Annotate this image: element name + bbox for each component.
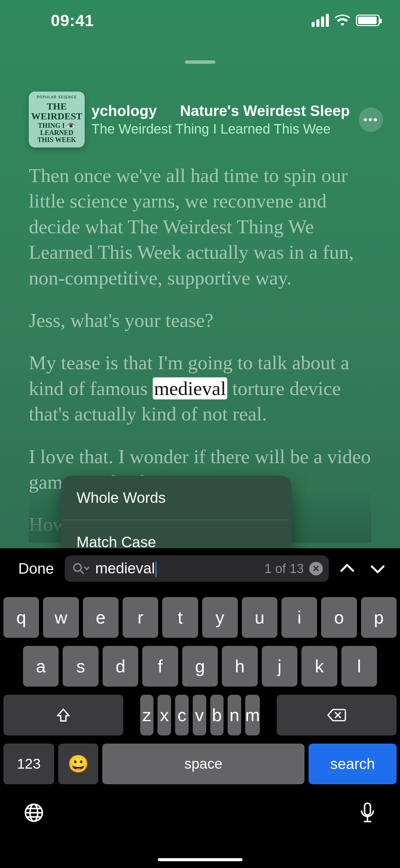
keyboard-row: 123 😀 space search	[3, 744, 397, 784]
key-w[interactable]: w	[43, 597, 79, 638]
result-count: 1 of 13	[265, 561, 304, 576]
key-p[interactable]: p	[361, 597, 397, 638]
key-x[interactable]: x	[157, 695, 171, 735]
key-v[interactable]: v	[193, 695, 206, 735]
home-indicator[interactable]	[158, 858, 243, 861]
episode-title: ychology Nature's Weirdest Sleep	[91, 102, 350, 119]
sheet-handle[interactable]	[185, 60, 215, 64]
next-result-button[interactable]	[365, 560, 390, 577]
key-s[interactable]: s	[63, 646, 98, 687]
status-bar: 09:41	[0, 0, 400, 41]
key-u[interactable]: u	[242, 597, 277, 638]
search-input[interactable]: medieval	[95, 560, 259, 577]
key-b[interactable]: b	[210, 695, 224, 735]
backspace-key[interactable]	[277, 695, 397, 735]
artwork-line: THE	[47, 101, 67, 111]
clear-button[interactable]: ✕	[309, 562, 323, 575]
key-a[interactable]: a	[23, 646, 59, 687]
artwork-overline: POPULAR SCIENCE	[37, 96, 77, 99]
shift-key[interactable]	[3, 695, 123, 735]
key-i[interactable]: i	[281, 597, 317, 638]
globe-key[interactable]	[24, 803, 44, 823]
emoji-key[interactable]: 😀	[58, 744, 98, 784]
key-j[interactable]: j	[262, 646, 297, 687]
search-field[interactable]: medieval 1 of 13 ✕	[65, 555, 329, 582]
transcript-line[interactable]: My tease is that I'm going to talk about…	[29, 350, 371, 427]
keyboard-row: qwertyuiop	[3, 597, 397, 638]
key-y[interactable]: y	[202, 597, 238, 638]
search-highlight[interactable]: medieval	[153, 377, 228, 399]
status-time: 09:41	[51, 11, 94, 30]
search-icon[interactable]	[72, 562, 90, 575]
key-z[interactable]: z	[140, 695, 154, 735]
key-g[interactable]: g	[182, 646, 218, 687]
key-e[interactable]: e	[83, 597, 119, 638]
more-button[interactable]	[359, 107, 383, 132]
show-title: The Weirdest Thing I Learned This Wee	[91, 121, 352, 137]
titles[interactable]: ychology Nature's Weirdest Sleep E The W…	[91, 102, 352, 137]
podcast-artwork[interactable]: POPULAR SCIENCE THE WEIRDEST THING I 👁️ …	[29, 92, 85, 147]
wifi-icon	[335, 15, 350, 26]
numbers-key[interactable]: 123	[3, 744, 54, 784]
artwork-line: THING I	[38, 122, 65, 129]
find-bar: Done medieval 1 of 13 ✕	[0, 548, 400, 589]
search-key[interactable]: search	[309, 744, 397, 784]
transcript-line[interactable]: Then once we've all had time to spin our…	[29, 163, 371, 291]
status-indicators	[312, 14, 380, 27]
transcript-line[interactable]: Jess, what's your tease?	[29, 308, 371, 333]
key-n[interactable]: n	[228, 695, 241, 735]
key-r[interactable]: r	[123, 597, 158, 638]
search-query-text: medieval	[95, 560, 155, 576]
screen: 09:41 POPULAR SCIENCE THE WEIRDEST THING…	[0, 0, 400, 868]
done-button[interactable]: Done	[14, 560, 59, 577]
now-playing-header: POPULAR SCIENCE THE WEIRDEST THING I 👁️ …	[29, 92, 383, 147]
key-t[interactable]: t	[162, 597, 198, 638]
eye-icon: 👁️	[66, 122, 76, 130]
artwork-line: WEIRDEST	[31, 111, 82, 121]
key-l[interactable]: l	[341, 646, 377, 687]
svg-rect-5	[364, 803, 370, 815]
battery-icon	[356, 15, 380, 26]
space-key[interactable]: space	[102, 744, 304, 784]
key-o[interactable]: o	[321, 597, 357, 638]
key-m[interactable]: m	[245, 695, 260, 735]
svg-line-1	[81, 571, 84, 574]
text-caret	[155, 562, 156, 577]
whole-words-option[interactable]: Whole Words	[61, 476, 291, 520]
prev-result-button[interactable]	[335, 560, 359, 577]
dictation-key[interactable]	[359, 801, 376, 824]
cellular-icon	[312, 14, 329, 27]
keyboard-bottom	[3, 792, 397, 824]
keyboard-row: zxcvbnm	[3, 695, 397, 735]
keyboard: qwertyuiop asdfghjkl zxcvbnm 123 😀 space…	[0, 589, 400, 868]
key-c[interactable]: c	[175, 695, 189, 735]
keyboard-row: asdfghjkl	[3, 646, 397, 687]
key-f[interactable]: f	[142, 646, 178, 687]
key-h[interactable]: h	[222, 646, 257, 687]
key-d[interactable]: d	[103, 646, 138, 687]
key-k[interactable]: k	[301, 646, 337, 687]
artwork-line: THIS WEEK	[37, 136, 76, 143]
key-q[interactable]: q	[3, 597, 39, 638]
